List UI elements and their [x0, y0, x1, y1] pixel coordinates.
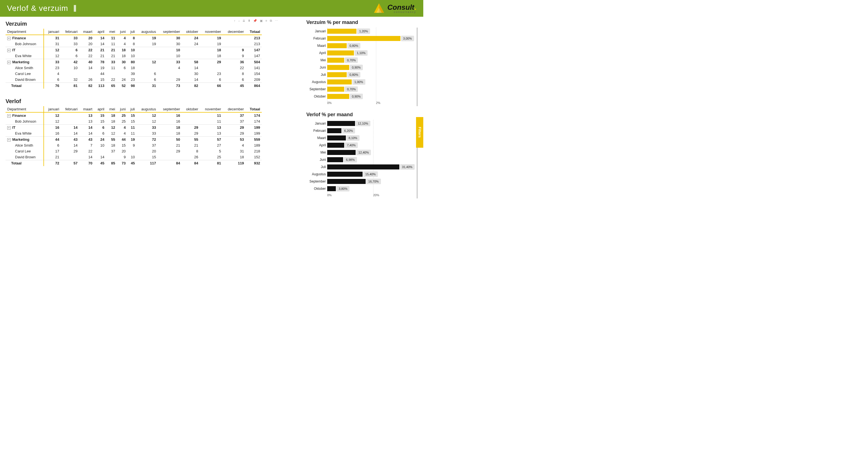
chart-row[interactable]: September 0,70% — [327, 86, 414, 93]
collapse-icon[interactable]: − — [7, 138, 10, 142]
chart-bar[interactable] — [327, 87, 344, 92]
col-header[interactable]: oktober — [182, 29, 200, 35]
col-header[interactable]: juni — [117, 106, 127, 112]
col-header[interactable]: juli — [127, 29, 136, 35]
verzuim-pct-chart[interactable]: Verzuim % per maand Januari 1,20% Februa… — [306, 20, 418, 106]
chart-bar[interactable] — [327, 128, 341, 133]
collapse-icon[interactable]: − — [7, 49, 10, 52]
drill-down-icon[interactable]: ↓ — [238, 19, 240, 23]
col-header[interactable]: juni — [117, 29, 127, 35]
focus-mode-icon[interactable]: ▣ — [260, 19, 262, 23]
detail-row[interactable]: David Brown63226152224236291466209 — [6, 77, 262, 83]
chart-row[interactable]: Juli 31,40% — [327, 163, 414, 171]
chart-row[interactable]: Februari 3,00% — [327, 35, 414, 42]
chart-row[interactable]: Oktober 3,80% — [327, 185, 414, 192]
chart-row[interactable]: September 16,70% — [327, 178, 414, 185]
col-header[interactable]: augustus — [136, 106, 158, 112]
filter-icon[interactable]: ≡ — [266, 19, 267, 23]
col-header[interactable]: december — [223, 29, 246, 35]
chart-row[interactable]: Mei 12,40% — [327, 149, 414, 156]
detail-row[interactable]: Carol Lee44439630238154 — [6, 71, 262, 77]
col-header[interactable]: maart — [80, 106, 94, 112]
chart-bar[interactable] — [327, 150, 355, 155]
verlof-matrix[interactable]: Departmentjanuarifebruarimaartaprilmeiju… — [6, 106, 262, 166]
chart-row[interactable]: Mei 0,70% — [327, 57, 414, 64]
chart-bar[interactable] — [327, 72, 347, 77]
group-row[interactable]: −Finance12131518251512161137174 — [6, 112, 262, 118]
col-header[interactable]: maart — [80, 29, 94, 35]
detail-row[interactable]: David Brown21141491015262518152 — [6, 154, 262, 160]
chart-row[interactable]: Februari 6,20% — [327, 127, 414, 134]
collapse-icon[interactable]: − — [7, 126, 10, 129]
col-header[interactable]: juli — [127, 106, 136, 112]
chart-bar[interactable] — [327, 136, 346, 141]
chart-row[interactable]: Juni 6,98% — [327, 156, 414, 163]
chart-row[interactable]: Augustus 15,40% — [327, 171, 414, 178]
chart-bar[interactable] — [327, 65, 349, 70]
chart-bar[interactable] — [327, 186, 336, 191]
chart-bar[interactable] — [327, 36, 400, 41]
chart-row[interactable]: Augustus 1,00% — [327, 78, 414, 86]
chart-bar[interactable] — [327, 43, 347, 48]
chart-row[interactable]: Juni 0,90% — [327, 64, 414, 71]
col-header[interactable]: april — [94, 106, 106, 112]
chart-row[interactable]: Januari 12,10% — [327, 120, 414, 127]
col-header[interactable]: november — [200, 29, 223, 35]
copy-icon[interactable]: ⧉ — [270, 19, 272, 23]
chart-bar[interactable] — [327, 179, 366, 184]
col-header[interactable]: september — [158, 29, 182, 35]
col-header[interactable]: februari — [61, 106, 80, 112]
verzuim-matrix[interactable]: Departmentjanuarifebruarimaartaprilmeiju… — [6, 29, 262, 89]
chart-bar[interactable] — [327, 121, 355, 126]
detail-row[interactable]: Alice Smith231014191161841422141 — [6, 65, 262, 71]
group-row[interactable]: −IT126222121181010189147 — [6, 47, 262, 53]
group-row[interactable]: −Finance31332014114819302419213 — [6, 35, 262, 41]
chart-row[interactable]: Januari 1,20% — [327, 28, 414, 35]
chart-bar[interactable] — [327, 172, 363, 177]
col-header[interactable]: december — [223, 106, 246, 112]
col-header[interactable]: september — [158, 106, 182, 112]
detail-row[interactable]: Carol Lee172922372020298531218 — [6, 148, 262, 154]
chart-bar[interactable] — [327, 58, 344, 63]
col-header[interactable]: januari — [44, 106, 61, 112]
detail-row[interactable]: Eva White126222121181010189147 — [6, 53, 262, 59]
detail-row[interactable]: Eva White1614146124113318291329199 — [6, 130, 262, 137]
col-header[interactable]: augustus — [136, 29, 158, 35]
chart-row[interactable]: April 7,40% — [327, 142, 414, 149]
chart-bar[interactable] — [327, 165, 399, 170]
group-row[interactable]: −IT1614146124113318291329199 — [6, 125, 262, 131]
chart-bar[interactable] — [327, 157, 343, 162]
chart-row[interactable]: Maart 0,80% — [327, 42, 414, 49]
chart-bar[interactable] — [327, 143, 344, 148]
more-icon[interactable]: ⋯ — [275, 19, 278, 23]
col-header[interactable]: februari — [61, 29, 80, 35]
col-header-total[interactable]: Totaal — [246, 29, 262, 35]
chart-row[interactable]: Oktober 0,90% — [327, 93, 414, 100]
detail-row[interactable]: Alice Smith61471018159372121274189 — [6, 142, 262, 148]
verlof-pct-chart[interactable]: Verlof % per maand Januari 12,10% Februa… — [306, 112, 418, 199]
chart-row[interactable]: Maart 8,10% — [327, 134, 414, 142]
chart-bar[interactable] — [327, 29, 356, 34]
expand-hierarchy-icon[interactable]: ⬍ — [248, 19, 250, 23]
drill-all-icon[interactable]: ⇊ — [243, 19, 245, 23]
group-row[interactable]: −Marketing444343245544197250555753559 — [6, 137, 262, 143]
chart-bar[interactable] — [327, 94, 349, 99]
detail-row[interactable]: Bob Johnson12131518251512161137174 — [6, 118, 262, 125]
col-header[interactable]: oktober — [182, 106, 200, 112]
col-header[interactable]: mei — [106, 106, 117, 112]
col-header[interactable]: november — [200, 106, 223, 112]
group-row[interactable]: −Marketing334240783330801233582936504 — [6, 59, 262, 65]
chart-bar[interactable] — [327, 80, 352, 84]
filters-tab[interactable]: Filters — [416, 117, 423, 148]
col-header-total[interactable]: Totaal — [246, 106, 262, 112]
chart-bar[interactable] — [327, 51, 354, 55]
chart-row[interactable]: April 1,10% — [327, 49, 414, 57]
collapse-icon[interactable]: − — [7, 37, 10, 40]
col-header[interactable]: april — [94, 29, 106, 35]
col-header[interactable]: mei — [106, 29, 117, 35]
col-header[interactable]: januari — [44, 29, 61, 35]
chart-row[interactable]: Juli 0,80% — [327, 71, 414, 78]
collapse-icon[interactable]: − — [7, 61, 10, 64]
collapse-icon[interactable]: − — [7, 114, 10, 118]
drill-up-icon[interactable]: ↑ — [234, 19, 236, 23]
